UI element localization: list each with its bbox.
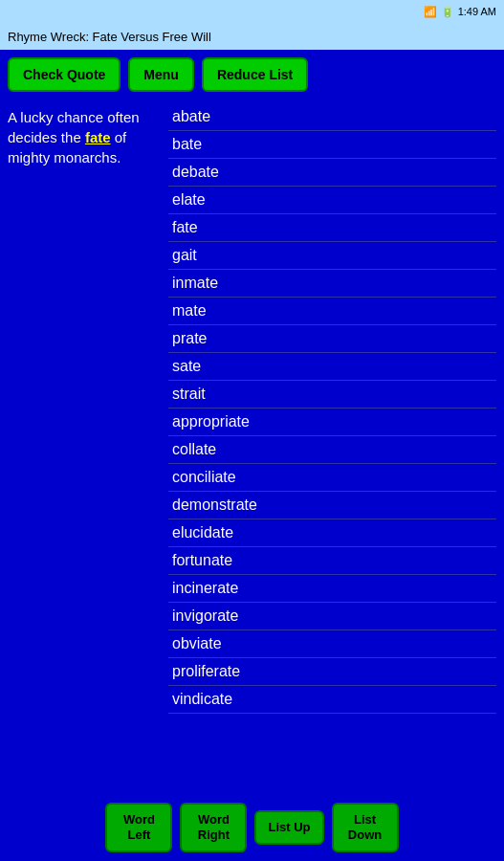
toolbar: Check Quote Menu Reduce List [8, 57, 496, 92]
list-item[interactable]: proliferate [168, 658, 496, 686]
word-list[interactable]: abatebatedebateelatefategaitinmatematepr… [168, 103, 496, 786]
content-area: A lucky chance often decides the fate of… [8, 103, 496, 786]
time-display: 1:49 AM [458, 6, 496, 17]
reduce-list-button[interactable]: Reduce List [202, 57, 308, 92]
list-item[interactable]: gait [168, 242, 496, 270]
signal-icon: 📶 [424, 6, 437, 18]
bottom-nav: WordLeft WordRight List Up ListDown [0, 794, 504, 861]
list-item[interactable]: abate [168, 103, 496, 131]
list-item[interactable]: strait [168, 381, 496, 408]
list-item[interactable]: elate [168, 187, 496, 214]
list-item[interactable]: elucidate [168, 519, 496, 547]
word-right-button[interactable]: WordRight [180, 803, 247, 851]
list-item[interactable]: fate [168, 214, 496, 242]
menu-button[interactable]: Menu [128, 57, 194, 92]
list-item[interactable]: demonstrate [168, 492, 496, 519]
list-item[interactable]: mate [168, 298, 496, 325]
word-left-button[interactable]: WordLeft [105, 803, 172, 851]
list-item[interactable]: debate [168, 159, 496, 187]
list-item[interactable]: inmate [168, 270, 496, 298]
title-bar: Rhyme Wreck: Fate Versus Free Will [0, 23, 504, 50]
list-item[interactable]: collate [168, 436, 496, 464]
list-item[interactable]: bate [168, 131, 496, 159]
list-up-button[interactable]: List Up [254, 810, 323, 845]
quote-panel: A lucky chance often decides the fate of… [8, 103, 161, 786]
list-item[interactable]: fortunate [168, 547, 496, 575]
list-item[interactable]: appropriate [168, 408, 496, 436]
status-bar: 📶 🔋 1:49 AM [0, 0, 504, 23]
list-down-button[interactable]: ListDown [332, 803, 399, 851]
main-content: Check Quote Menu Reduce List A lucky cha… [0, 50, 504, 794]
list-item[interactable]: obviate [168, 630, 496, 658]
list-item[interactable]: sate [168, 353, 496, 381]
app-title: Rhyme Wreck: Fate Versus Free Will [8, 30, 211, 44]
list-item[interactable]: conciliate [168, 464, 496, 492]
list-item[interactable]: vindicate [168, 686, 496, 714]
check-quote-button[interactable]: Check Quote [8, 57, 121, 92]
battery-icon: 🔋 [441, 6, 454, 18]
quote-highlight: fate [85, 129, 111, 145]
list-item[interactable]: incinerate [168, 575, 496, 603]
status-bar-right: 📶 🔋 1:49 AM [424, 6, 496, 18]
list-item[interactable]: prate [168, 325, 496, 353]
list-item[interactable]: invigorate [168, 603, 496, 630]
